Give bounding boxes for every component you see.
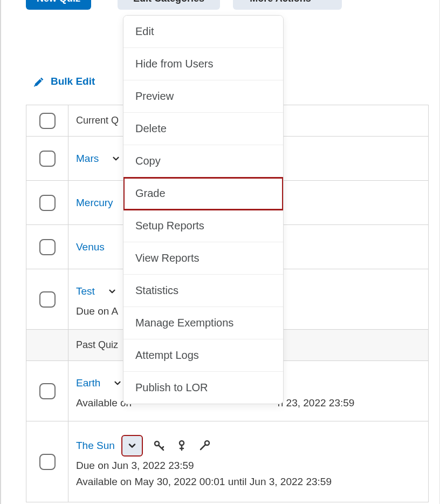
quiz-link-test[interactable]: Test — [76, 285, 95, 297]
key-icons-group — [153, 439, 211, 452]
quiz-link-earth[interactable]: Earth — [76, 377, 100, 389]
menu-item-grade[interactable]: Grade — [123, 178, 283, 210]
menu-item-setup-reports[interactable]: Setup Reports — [123, 210, 283, 242]
bulk-edit-button[interactable]: Bulk Edit — [33, 76, 95, 87]
chevron-down-icon — [111, 154, 121, 164]
edit-categories-label: Edit Categories — [133, 0, 204, 4]
more-actions-label: More Actions — [250, 0, 311, 4]
availability-text: Available on May 30, 2022 00:01 until Ju… — [76, 476, 421, 488]
row-checkbox[interactable] — [39, 239, 56, 255]
row-actions-toggle[interactable] — [122, 436, 142, 455]
quiz-link-venus[interactable]: Venus — [76, 241, 105, 253]
row-checkbox[interactable] — [39, 383, 56, 399]
edit-categories-button[interactable]: Edit Categories — [118, 0, 220, 10]
menu-item-publish-to-lor[interactable]: Publish to LOR — [123, 372, 283, 404]
row-checkbox[interactable] — [39, 195, 56, 211]
more-actions-button[interactable]: More Actions — [233, 0, 342, 10]
row-actions-toggle[interactable] — [102, 282, 122, 301]
pencil-icon — [33, 76, 45, 87]
due-date-text: Due on Jun 3, 2022 23:59 — [76, 460, 421, 472]
chevron-down-icon — [317, 0, 325, 3]
new-quiz-button[interactable]: New Quiz — [26, 0, 91, 10]
new-quiz-label: New Quiz — [37, 0, 80, 4]
quiz-link-mars[interactable]: Mars — [76, 153, 99, 165]
menu-item-view-reports[interactable]: View Reports — [123, 242, 283, 275]
row-checkbox[interactable] — [39, 454, 56, 470]
key-icon — [175, 439, 188, 452]
menu-item-statistics[interactable]: Statistics — [123, 275, 283, 307]
key-icon — [153, 439, 166, 452]
bulk-edit-label: Bulk Edit — [51, 76, 95, 87]
context-menu: Edit Hide from Users Preview Delete Copy… — [123, 15, 284, 404]
menu-item-copy[interactable]: Copy — [123, 145, 283, 178]
menu-item-attempt-logs[interactable]: Attempt Logs — [123, 339, 283, 372]
chevron-down-icon — [113, 378, 122, 388]
key-icon — [198, 439, 211, 452]
chevron-down-icon — [127, 440, 138, 451]
select-all-checkbox[interactable] — [39, 113, 56, 129]
quiz-link-mercury[interactable]: Mercury — [76, 197, 113, 209]
menu-item-preview[interactable]: Preview — [123, 80, 283, 113]
row-checkbox[interactable] — [39, 151, 56, 167]
menu-item-delete[interactable]: Delete — [123, 113, 283, 145]
menu-item-manage-exemptions[interactable]: Manage Exemptions — [123, 307, 283, 339]
menu-item-hide-from-users[interactable]: Hide from Users — [123, 48, 283, 80]
row-checkbox[interactable] — [39, 291, 56, 308]
menu-item-edit[interactable]: Edit — [123, 16, 283, 48]
table-row: The Sun Due on Jun 3, 2022 23:59 Availab… — [26, 421, 428, 502]
quiz-link-thesun[interactable]: The Sun — [76, 440, 115, 452]
chevron-down-icon — [107, 287, 117, 296]
